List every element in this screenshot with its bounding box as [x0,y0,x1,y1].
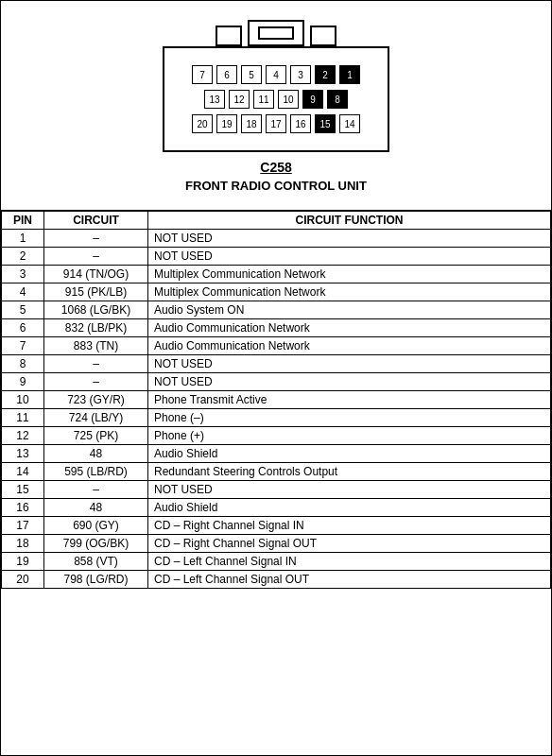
cell-pin: 6 [2,319,44,337]
table-row: 18799 (OG/BK)CD – Right Channel Signal O… [2,535,551,553]
cell-circuit: 883 (TN) [44,337,148,355]
cell-circuit: 914 (TN/OG) [44,266,148,284]
table-row: 1648Audio Shield [2,499,551,517]
pin-box-20: 20 [192,114,213,133]
pin-box-9: 9 [302,90,323,109]
connector-title: FRONT RADIO CONTROL UNIT [185,179,367,193]
cell-function: NOT USED [148,248,551,266]
cell-circuit: 595 (LB/RD) [44,463,148,481]
cell-pin: 19 [2,553,44,571]
table-row: 14595 (LB/RD)Redundant Steering Controls… [2,463,551,481]
cell-pin: 15 [2,481,44,499]
cell-circuit: – [44,355,148,373]
cell-circuit: 690 (GY) [44,517,148,535]
pin-box-13: 13 [204,90,225,109]
cell-circuit: 832 (LB/PK) [44,319,148,337]
cell-circuit: – [44,230,148,248]
cell-pin: 14 [2,463,44,481]
cell-circuit: 725 (PK) [44,427,148,445]
col-header-function: CIRCUIT FUNCTION [148,211,551,230]
cell-function: CD – Left Channel Signal OUT [148,571,551,589]
pin-box-3: 3 [290,65,311,84]
cell-function: Audio Shield [148,499,551,517]
pin-box-1: 1 [339,65,360,84]
cell-pin: 11 [2,409,44,427]
cell-pin: 8 [2,355,44,373]
pin-box-18: 18 [241,114,262,133]
cell-function: NOT USED [148,373,551,391]
table-row: 7883 (TN)Audio Communication Network [2,337,551,355]
cell-circuit: 798 (LG/RD) [44,571,148,589]
table-row: 1348Audio Shield [2,445,551,463]
cell-function: Multiplex Communication Network [148,284,551,301]
cell-function: Audio Shield [148,445,551,463]
table-row: 1–NOT USED [2,230,551,248]
connector-tab-right [310,26,336,46]
cell-pin: 4 [2,284,44,301]
cell-function: Audio Communication Network [148,319,551,337]
cell-circuit: 48 [44,499,148,517]
cell-function: CD – Right Channel Signal IN [148,517,551,535]
table-row: 20798 (LG/RD)CD – Left Channel Signal OU… [2,571,551,589]
pin-box-15: 15 [315,114,336,133]
cell-function: NOT USED [148,355,551,373]
table-row: 12725 (PK)Phone (+) [2,427,551,445]
pin-box-6: 6 [216,65,237,84]
connector-tab-left [216,26,242,46]
table-row: 3914 (TN/OG)Multiplex Communication Netw… [2,266,551,284]
table-row: 6832 (LB/PK)Audio Communication Network [2,319,551,337]
pin-row-1: 7654321 [176,65,376,84]
cell-pin: 18 [2,535,44,553]
cell-pin: 16 [2,499,44,517]
cell-function: NOT USED [148,481,551,499]
table-row: 9–NOT USED [2,373,551,391]
cell-function: NOT USED [148,230,551,248]
table-row: 15–NOT USED [2,481,551,499]
cell-pin: 2 [2,248,44,266]
cell-circuit: 1068 (LG/BK) [44,301,148,319]
cell-pin: 12 [2,427,44,445]
table-row: 2–NOT USED [2,248,551,266]
cell-pin: 9 [2,373,44,391]
pin-box-7: 7 [192,65,213,84]
table-row: 19858 (VT)CD – Left Channel Signal IN [2,553,551,571]
cell-function: Multiplex Communication Network [148,266,551,284]
pin-box-11: 11 [253,90,274,109]
cell-function: Audio Communication Network [148,337,551,355]
connector-area: 7654321131211109820191817161514 C258 FRO… [144,1,408,210]
table-row: 4915 (PK/LB)Multiplex Communication Netw… [2,284,551,301]
col-header-circuit: CIRCUIT [44,211,148,230]
pin-box-2: 2 [315,65,336,84]
cell-pin: 1 [2,230,44,248]
pin-box-10: 10 [278,90,299,109]
connector-label: C258 [260,160,291,175]
cell-function: Phone (+) [148,427,551,445]
cell-pin: 3 [2,266,44,284]
cell-circuit: 915 (PK/LB) [44,284,148,301]
pin-row-3: 20191817161514 [176,114,376,133]
cell-function: Phone Transmit Active [148,391,551,409]
pin-row-2: 1312111098 [176,90,376,109]
table-row: 11724 (LB/Y)Phone (–) [2,409,551,427]
cell-function: Phone (–) [148,409,551,427]
pin-box-17: 17 [266,114,286,133]
cell-circuit: 723 (GY/R) [44,391,148,409]
pin-box-12: 12 [229,90,250,109]
pin-box-16: 16 [290,114,311,133]
pin-box-14: 14 [339,114,360,133]
cell-circuit: – [44,481,148,499]
page: 7654321131211109820191817161514 C258 FRO… [0,0,552,756]
cell-function: CD – Right Channel Signal OUT [148,535,551,553]
cell-pin: 13 [2,445,44,463]
cell-function: Audio System ON [148,301,551,319]
pin-box-5: 5 [241,65,262,84]
cell-pin: 10 [2,391,44,409]
cell-pin: 17 [2,517,44,535]
cell-function: CD – Left Channel Signal IN [148,553,551,571]
connector-tab-center [248,20,304,46]
table-row: 10723 (GY/R)Phone Transmit Active [2,391,551,409]
cell-pin: 7 [2,337,44,355]
pin-table: PIN CIRCUIT CIRCUIT FUNCTION 1–NOT USED2… [1,210,551,589]
pin-box-19: 19 [216,114,237,133]
cell-pin: 5 [2,301,44,319]
